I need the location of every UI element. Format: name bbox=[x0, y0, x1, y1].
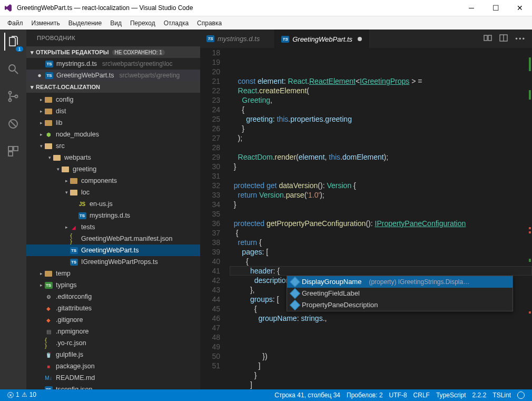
tree-item[interactable]: ◆.gitignore bbox=[26, 314, 200, 326]
open-editor-item[interactable]: TSmystrings.d.tssrc\webparts\greeting\lo… bbox=[26, 58, 200, 70]
chevron-icon: ▸ bbox=[63, 224, 70, 230]
property-icon bbox=[290, 277, 300, 287]
tree-item[interactable]: ▤.npmignore bbox=[26, 326, 200, 337]
status-language[interactable]: TypeScript bbox=[433, 392, 469, 399]
error-icon: ⓧ bbox=[7, 391, 14, 400]
chevron-icon: ▸ bbox=[38, 282, 44, 288]
activity-explorer[interactable]: 1 bbox=[4, 33, 22, 51]
property-icon bbox=[290, 300, 300, 310]
menu-help[interactable]: Справка bbox=[193, 19, 226, 27]
tree-item[interactable]: ▸◢tests bbox=[26, 221, 200, 233]
window-titlebar: GreetingWebPart.ts — react-localization … bbox=[0, 0, 532, 16]
tree-item[interactable]: TSGreetingWebPart.ts bbox=[26, 244, 200, 256]
tree-item[interactable]: { }.yo-rc.json bbox=[26, 337, 200, 349]
activitybar: 1 bbox=[0, 30, 26, 389]
svg-rect-9 bbox=[8, 152, 13, 156]
chevron-icon: ▸ bbox=[38, 109, 44, 114]
tree-item[interactable]: ▸lib bbox=[26, 117, 200, 129]
svg-point-0 bbox=[9, 65, 15, 71]
editor-tab[interactable]: TSGreetingWebPart.ts bbox=[275, 30, 369, 48]
svg-point-4 bbox=[15, 95, 18, 98]
tree-item[interactable]: ⚙.editorconfig bbox=[26, 291, 200, 302]
tree-item[interactable]: TSmystrings.d.ts bbox=[26, 210, 200, 221]
intellisense-popup[interactable]: DisplayGroupName(property) IGreetingStri… bbox=[287, 276, 513, 311]
svg-point-3 bbox=[9, 99, 12, 102]
ts-icon: TS bbox=[45, 61, 53, 67]
tree-item[interactable]: { }GreetingWebPart.manifest.json bbox=[26, 233, 200, 244]
tree-item[interactable]: JSen-us.js bbox=[26, 198, 200, 210]
intellisense-item[interactable]: GreetingFieldLabel bbox=[287, 288, 513, 299]
intellisense-item[interactable]: DisplayGroupName(property) IGreetingStri… bbox=[287, 276, 513, 288]
project-header[interactable]: ▾ REACT-LOCALIZATION bbox=[26, 81, 200, 93]
menu-view[interactable]: Вид bbox=[106, 19, 126, 27]
tree-item[interactable]: TStsconfig.json bbox=[26, 384, 200, 389]
editor-tab[interactable]: TSmystrings.d.ts bbox=[200, 30, 275, 48]
open-editor-item[interactable]: ●TSGreetingWebPart.tssrc\webparts\greeti… bbox=[26, 70, 200, 81]
svg-line-6 bbox=[11, 121, 16, 126]
property-icon bbox=[290, 288, 300, 299]
tree-item[interactable]: ▸config bbox=[26, 94, 200, 105]
menubar: Файл Изменить Выделение Вид Переход Отла… bbox=[0, 16, 532, 30]
line-gutter: 1819202122232425262728293031323334353637… bbox=[200, 48, 230, 389]
more-icon[interactable]: ••• bbox=[515, 35, 526, 43]
status-problems[interactable]: ⓧ1 ⚠10 bbox=[4, 391, 40, 400]
tree-item[interactable]: ▾greeting bbox=[26, 163, 200, 175]
tree-item[interactable]: ▾loc bbox=[26, 187, 200, 198]
tree-item[interactable]: ▸TStypings bbox=[26, 279, 200, 291]
chevron-down-icon: ▾ bbox=[28, 49, 36, 56]
chevron-icon: ▸ bbox=[63, 178, 70, 183]
status-version[interactable]: 2.2.2 bbox=[469, 392, 490, 399]
sidebar-title: ПРОВОДНИК bbox=[26, 30, 200, 46]
file-tree: ▸config▸dist▸lib▸⬢node_modules▾src▾webpa… bbox=[26, 93, 200, 389]
ts-icon: TS bbox=[281, 36, 289, 43]
tree-item[interactable]: ▸components bbox=[26, 175, 200, 187]
tree-item[interactable]: ◆.gitattributes bbox=[26, 302, 200, 314]
tree-item[interactable]: ▾webparts bbox=[26, 152, 200, 163]
tree-item[interactable]: 🥤gulpfile.js bbox=[26, 349, 200, 360]
menu-edit[interactable]: Изменить bbox=[27, 19, 64, 27]
status-position[interactable]: Строка 41, столбец 34 bbox=[271, 392, 343, 399]
tree-item[interactable]: ▾src bbox=[26, 140, 200, 152]
maximize-button[interactable]: ☐ bbox=[484, 0, 508, 16]
svg-rect-8 bbox=[14, 146, 18, 151]
svg-rect-10 bbox=[484, 35, 487, 41]
chevron-icon: ▸ bbox=[38, 97, 44, 102]
activity-scm[interactable] bbox=[4, 87, 22, 105]
menu-go[interactable]: Переход bbox=[126, 19, 160, 27]
status-eol[interactable]: CRLF bbox=[410, 392, 433, 399]
svg-line-1 bbox=[15, 71, 18, 74]
svg-rect-11 bbox=[488, 35, 491, 41]
status-lint[interactable]: TSLint bbox=[489, 392, 514, 399]
activity-search[interactable] bbox=[4, 60, 22, 78]
status-encoding[interactable]: UTF-8 bbox=[386, 392, 410, 399]
split-editor-icon[interactable] bbox=[499, 34, 508, 44]
close-button[interactable]: ✕ bbox=[508, 0, 532, 16]
minimize-button[interactable]: ─ bbox=[459, 0, 484, 16]
open-editors-header[interactable]: ▾ ОТКРЫТЫЕ РЕДАКТОРЫ НЕ СОХРАНЕНО: 1 bbox=[26, 46, 200, 58]
modified-dot-icon bbox=[358, 37, 362, 41]
activity-debug[interactable] bbox=[4, 115, 22, 133]
chevron-icon: ▾ bbox=[55, 167, 61, 172]
tree-item[interactable]: TSIGreetingWebPartProps.ts bbox=[26, 256, 200, 268]
menu-selection[interactable]: Выделение bbox=[64, 19, 106, 27]
menu-file[interactable]: Файл bbox=[3, 19, 27, 27]
editor-tabs: TSmystrings.d.tsTSGreetingWebPart.ts ••• bbox=[200, 30, 532, 48]
statusbar: ⓧ1 ⚠10 Строка 41, столбец 34 Пробелов: 2… bbox=[0, 389, 532, 401]
editor-area: TSmystrings.d.tsTSGreetingWebPart.ts •••… bbox=[200, 30, 532, 389]
intellisense-item[interactable]: PropertyPaneDescription bbox=[287, 299, 513, 311]
menu-debug[interactable]: Отладка bbox=[160, 19, 193, 27]
chevron-icon: ▾ bbox=[38, 143, 44, 149]
status-spaces[interactable]: Пробелов: 2 bbox=[343, 392, 386, 399]
compare-icon[interactable] bbox=[484, 34, 492, 44]
activity-extensions[interactable] bbox=[4, 142, 22, 160]
tree-item[interactable]: ■package.json bbox=[26, 360, 200, 372]
tree-item[interactable]: ▸temp bbox=[26, 268, 200, 279]
tree-item[interactable]: M↓README.md bbox=[26, 372, 200, 384]
code-editor[interactable]: 1819202122232425262728293031323334353637… bbox=[200, 48, 532, 389]
chevron-icon: ▸ bbox=[38, 271, 44, 276]
tree-item[interactable]: ▸⬢node_modules bbox=[26, 129, 200, 140]
feedback-icon[interactable] bbox=[514, 392, 528, 399]
tree-item[interactable]: ▸dist bbox=[26, 105, 200, 117]
unsaved-badge: НЕ СОХРАНЕНО: 1 bbox=[112, 50, 165, 55]
ts-icon: TS bbox=[206, 35, 214, 42]
